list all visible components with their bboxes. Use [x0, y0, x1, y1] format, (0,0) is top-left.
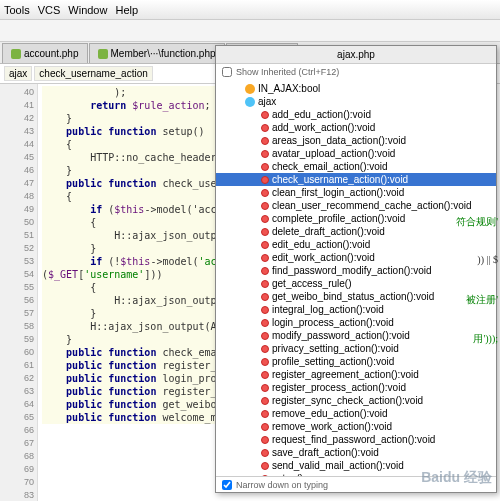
line-number: 70: [0, 476, 34, 489]
structure-item[interactable]: remove_work_action():void: [216, 420, 496, 433]
line-number: 43: [0, 125, 34, 138]
line-number: 62: [0, 372, 34, 385]
structure-item[interactable]: modify_password_action():void: [216, 329, 496, 342]
breadcrumb-class[interactable]: ajax: [4, 66, 32, 81]
menu-tools[interactable]: Tools: [4, 4, 30, 16]
member-label: check_username_action():void: [272, 173, 408, 186]
narrow-label: Narrow down on typing: [236, 480, 328, 490]
member-label: find_password_modify_action():void: [272, 264, 432, 277]
structure-item[interactable]: avatar_upload_action():void: [216, 147, 496, 160]
menu-window[interactable]: Window: [68, 4, 107, 16]
php-file-icon: [98, 49, 108, 59]
structure-item[interactable]: clean_first_login_action():void: [216, 186, 496, 199]
structure-popup: ajax.php Show Inherited (Ctrl+F12) IN_AJ…: [215, 45, 497, 493]
line-number: 49: [0, 203, 34, 216]
line-number: 61: [0, 359, 34, 372]
member-icon: [261, 332, 269, 340]
line-number: 48: [0, 190, 34, 203]
menu-vcs[interactable]: VCS: [38, 4, 61, 16]
member-label: get_weibo_bind_status_action():void: [272, 290, 434, 303]
structure-item[interactable]: IN_AJAX:bool: [216, 82, 496, 95]
menu-help[interactable]: Help: [115, 4, 138, 16]
member-icon: [261, 280, 269, 288]
popup-title: ajax.php: [216, 46, 496, 64]
member-label: complete_profile_action():void: [272, 212, 405, 225]
line-number: 53: [0, 255, 34, 268]
member-icon: [261, 111, 269, 119]
member-icon: [261, 293, 269, 301]
structure-item[interactable]: privacy_setting_action():void: [216, 342, 496, 355]
show-inherited-label: Show Inherited (Ctrl+F12): [236, 67, 339, 77]
toolbar: [0, 20, 500, 42]
breadcrumb-method[interactable]: check_username_action: [34, 66, 152, 81]
member-icon: [261, 267, 269, 275]
narrow-checkbox[interactable]: [222, 480, 232, 490]
structure-item[interactable]: integral_log_action():void: [216, 303, 496, 316]
structure-item[interactable]: check_email_action():void: [216, 160, 496, 173]
line-number: 57: [0, 307, 34, 320]
structure-item[interactable]: areas_json_data_action():void: [216, 134, 496, 147]
structure-item[interactable]: clean_user_recommend_cache_action():void: [216, 199, 496, 212]
structure-item[interactable]: find_password_modify_action():void: [216, 264, 496, 277]
structure-item[interactable]: edit_edu_action():void: [216, 238, 496, 251]
structure-item[interactable]: send_valid_mail_action():void: [216, 459, 496, 472]
structure-item[interactable]: profile_setting_action():void: [216, 355, 496, 368]
structure-item[interactable]: login_process_action():void: [216, 316, 496, 329]
show-inherited-checkbox[interactable]: [222, 67, 232, 77]
structure-item[interactable]: register_process_action():void: [216, 381, 496, 394]
member-icon: [261, 254, 269, 262]
structure-item[interactable]: add_edu_action():void: [216, 108, 496, 121]
member-icon: [261, 371, 269, 379]
structure-tree[interactable]: IN_AJAX:boolajaxadd_edu_action():voidadd…: [216, 80, 496, 476]
member-icon: [261, 176, 269, 184]
line-number: 58: [0, 320, 34, 333]
editor-tab[interactable]: account.php: [2, 43, 88, 63]
structure-item[interactable]: register_sync_check_action():void: [216, 394, 496, 407]
structure-item[interactable]: complete_profile_action():void: [216, 212, 496, 225]
line-number: 41: [0, 99, 34, 112]
popup-show-inherited[interactable]: Show Inherited (Ctrl+F12): [216, 64, 496, 80]
editor-tab[interactable]: Member\···\function.php: [89, 43, 225, 63]
member-icon: [261, 241, 269, 249]
member-label: register_agreement_action():void: [272, 368, 419, 381]
structure-item[interactable]: request_find_password_action():void: [216, 433, 496, 446]
member-icon: [261, 449, 269, 457]
structure-item[interactable]: edit_work_action():void: [216, 251, 496, 264]
member-icon: [261, 163, 269, 171]
member-label: clean_first_login_action():void: [272, 186, 404, 199]
structure-item[interactable]: delete_draft_action():void: [216, 225, 496, 238]
popup-footer[interactable]: Narrow down on typing: [216, 476, 496, 492]
member-label: edit_edu_action():void: [272, 238, 370, 251]
structure-item[interactable]: add_work_action():void: [216, 121, 496, 134]
structure-item[interactable]: check_username_action():void: [216, 173, 496, 186]
member-icon: [261, 137, 269, 145]
member-label: profile_setting_action():void: [272, 355, 394, 368]
line-number: 44: [0, 138, 34, 151]
toolbar-icon[interactable]: [4, 23, 20, 39]
structure-item[interactable]: ajax: [216, 95, 496, 108]
line-number: 68: [0, 450, 34, 463]
line-number: 56: [0, 294, 34, 307]
member-icon: [261, 397, 269, 405]
code-fragment: 符合规则': [456, 215, 498, 229]
member-label: privacy_setting_action():void: [272, 342, 399, 355]
member-label: ajax: [258, 95, 276, 108]
member-icon: [261, 202, 269, 210]
member-label: clean_user_recommend_cache_action():void: [272, 199, 472, 212]
structure-item[interactable]: save_draft_action():void: [216, 446, 496, 459]
structure-item[interactable]: get_weibo_bind_status_action():void: [216, 290, 496, 303]
member-icon: [261, 124, 269, 132]
member-icon: [261, 319, 269, 327]
member-label: remove_work_action():void: [272, 420, 392, 433]
structure-item[interactable]: register_agreement_action():void: [216, 368, 496, 381]
member-icon: [261, 189, 269, 197]
structure-item[interactable]: remove_edu_action():void: [216, 407, 496, 420]
line-number: 67: [0, 437, 34, 450]
member-label: edit_work_action():void: [272, 251, 375, 264]
tab-label: Member\···\function.php: [111, 48, 216, 59]
member-label: save_draft_action():void: [272, 446, 379, 459]
member-label: register_process_action():void: [272, 381, 406, 394]
member-label: delete_draft_action():void: [272, 225, 385, 238]
tab-label: account.php: [24, 48, 79, 59]
structure-item[interactable]: get_access_rule(): [216, 277, 496, 290]
